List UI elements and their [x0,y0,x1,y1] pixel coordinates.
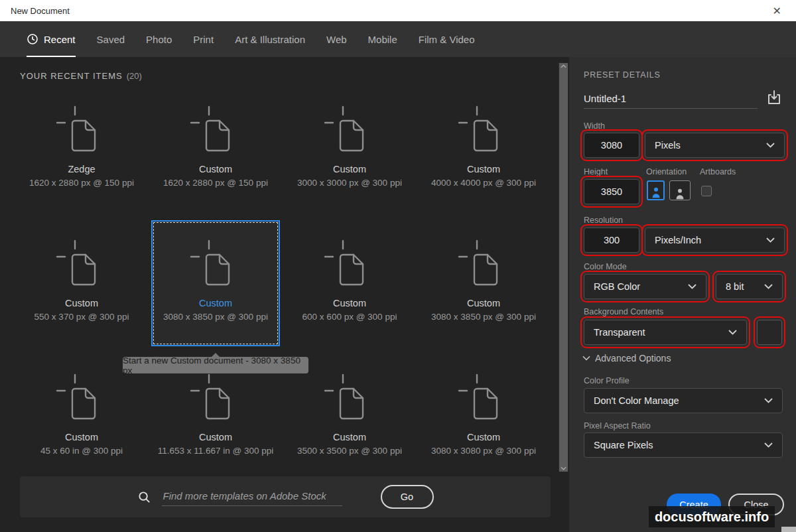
advanced-options-toggle[interactable]: Advanced Options [582,353,671,364]
recent-item-name: Custom [333,164,366,174]
background-color-swatch[interactable] [757,320,782,345]
width-unit-value: Pixels [655,140,681,151]
recent-item[interactable]: Custom 3080 x 3850 px @ 300 ppi [151,220,280,346]
search-icon [137,490,151,504]
recent-item-size: 3080 x 3080 px @ 300 ppi [431,446,536,456]
recent-items-grid: Zedge 1620 x 2880 px @ 150 ppi Custom 16… [15,86,551,488]
color-profile-label: Color Profile [584,376,630,385]
width-input[interactable] [584,133,639,158]
adobe-stock-searchbar: Go [20,476,551,517]
width-unit-dropdown[interactable]: Pixels [645,133,785,158]
tab-label: Film & Video [419,34,475,45]
height-input[interactable] [584,179,639,204]
scroll-up-icon[interactable] [561,64,566,68]
dialog-titlebar: New Document ✕ [0,0,796,21]
recent-item[interactable]: Custom 600 x 600 px @ 300 ppi [285,220,414,346]
recent-item-size: 3500 x 3500 px @ 300 ppi [297,446,402,456]
recent-item-size: 1620 x 2880 px @ 150 ppi [163,178,268,188]
scrollbar-thumb[interactable] [559,63,568,472]
tab-label: Recent [44,34,76,45]
recent-item-size: 45 x 60 in @ 300 ppi [40,446,123,456]
portrait-person-icon [649,184,663,199]
recent-item-size: 4000 x 4000 px @ 300 ppi [431,178,536,188]
chevron-down-icon [764,442,773,448]
artboards-checkbox[interactable] [701,186,712,196]
document-name-input[interactable] [584,89,758,109]
tab-label: Art & Illustration [235,34,305,45]
orientation-landscape-button[interactable] [669,180,691,200]
color-mode-value: RGB Color [594,281,640,292]
color-profile-value: Don't Color Manage [594,395,679,406]
color-mode-label: Color Mode [584,262,627,271]
recent-item-name: Zedge [68,164,95,174]
recent-item-name: Custom [65,298,98,308]
chevron-down-icon [764,398,773,403]
orientation-label: Orientation [646,167,687,176]
document-template-icon [189,239,242,292]
orientation-portrait-button[interactable] [647,180,665,200]
tab-film-video[interactable]: Film & Video [419,21,475,57]
recent-item[interactable]: Custom 3080 x 3080 px @ 300 ppi [419,354,548,480]
recent-item[interactable]: Zedge 1620 x 2880 px @ 150 ppi [17,86,146,212]
document-template-icon [323,239,376,292]
document-template-icon [457,239,510,292]
tab-photo[interactable]: Photo [146,21,172,57]
artboards-label: Artboards [700,167,736,176]
dialog-title: New Document [11,6,70,16]
tab-mobile[interactable]: Mobile [368,21,397,57]
tab-label: Photo [146,34,172,45]
document-template-icon [457,105,510,158]
document-template-icon [55,239,108,292]
tab-label: Mobile [368,34,397,45]
preset-details-heading: PRESET DETAILS [584,70,661,80]
recent-item[interactable]: Custom 3000 x 3000 px @ 300 ppi [285,86,414,212]
background-contents-value: Transparent [594,327,645,338]
preset-details-panel: PRESET DETAILS Width Pixels Height Orien… [569,57,796,532]
recent-item-size: 11.653 x 11.667 in @ 300 ppi [158,446,274,456]
chevron-down-icon [766,143,775,148]
color-profile-dropdown[interactable]: Don't Color Manage [584,388,783,413]
background-contents-label: Background Contents [584,307,663,316]
recent-item-size: 550 x 370 px @ 300 ppi [34,312,129,322]
recent-item[interactable]: Custom 4000 x 4000 px @ 300 ppi [419,86,548,212]
recent-item-name: Custom [467,432,500,442]
scroll-down-icon[interactable] [561,466,566,470]
resolution-unit-dropdown[interactable]: Pixels/Inch [645,228,785,253]
stock-search-input[interactable] [162,488,342,506]
document-template-icon [55,373,108,426]
chevron-down-icon [766,237,775,243]
tab-art-illustration[interactable]: Art & Illustration [235,21,305,57]
recent-item-name: Custom [467,164,500,174]
recent-item[interactable]: Custom 550 x 370 px @ 300 ppi [17,220,146,346]
recent-item-name: Custom [333,298,366,308]
category-tabbar: Recent Saved Photo Print Art & Illustrat… [0,21,796,57]
go-button[interactable]: Go [381,485,434,509]
background-contents-dropdown[interactable]: Transparent [584,320,747,345]
tab-saved[interactable]: Saved [97,21,125,57]
recent-items-count: (20) [127,71,142,81]
tab-label: Saved [97,34,125,45]
resolution-input[interactable] [584,228,639,253]
recent-item-size: 3080 x 3850 px @ 300 ppi [163,312,268,322]
recent-item-name: Custom [199,432,232,442]
pixel-aspect-ratio-value: Square Pixels [594,440,653,450]
document-template-icon [457,373,510,426]
recent-item[interactable]: Custom 3080 x 3850 px @ 300 ppi [419,220,548,346]
save-preset-icon[interactable] [765,89,783,109]
clock-icon [27,33,38,45]
close-icon[interactable]: ✕ [769,5,785,17]
recent-item[interactable]: Custom 1620 x 2880 px @ 150 ppi [151,86,280,212]
tab-web[interactable]: Web [326,21,347,57]
tab-recent[interactable]: Recent [27,21,76,57]
pixel-aspect-ratio-dropdown[interactable]: Square Pixels [584,432,783,458]
document-template-icon [323,105,376,158]
tab-print[interactable]: Print [193,21,214,57]
color-mode-dropdown[interactable]: RGB Color [584,274,706,299]
recent-item-size: 1620 x 2880 px @ 150 ppi [29,178,134,188]
bit-depth-dropdown[interactable]: 8 bit [716,274,783,299]
resolution-label: Resolution [584,216,623,225]
selection-tooltip: Start a new Custom document - 3080 x 385… [123,357,308,373]
document-template-icon [189,105,242,158]
scrollbar-track[interactable] [559,63,568,472]
resize-grip[interactable] [781,527,796,532]
